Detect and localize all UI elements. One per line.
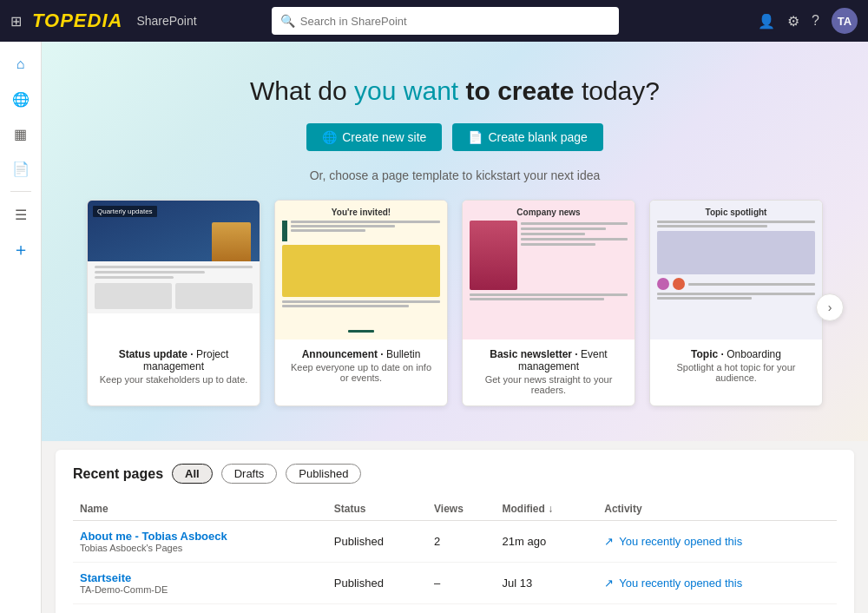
content-area: What do you want to create today? 🌐 Crea… xyxy=(42,42,868,613)
people-icon[interactable]: 👤 xyxy=(758,13,775,30)
recent-pages-section: Recent pages All Drafts Published Name S… xyxy=(56,450,854,613)
page-views-0: 2 xyxy=(427,521,496,563)
waffle-icon[interactable]: ⊞ xyxy=(10,13,22,30)
page-views-2: 1 xyxy=(427,604,496,614)
search-icon: 🔍 xyxy=(280,14,295,28)
sort-down-icon: ↓ xyxy=(548,503,553,515)
create-blank-page-button[interactable]: 📄 Create blank page xyxy=(452,123,602,151)
template-info-status-update: Status update · Project management Keep … xyxy=(88,339,260,395)
template-preview-announcement: You're invited! xyxy=(275,201,447,339)
page-activity-link-0[interactable]: ↗ You recently opened this xyxy=(604,535,830,548)
template-card-status-update[interactable]: Quarterly updates xyxy=(87,200,260,406)
app-logo: TOPEDIA xyxy=(32,10,122,32)
sidebar: ⌂ 🌐 ▦ 📄 ☰ ＋ xyxy=(0,42,42,613)
table-row: Test1 TA-Demo Published 1 Jan 21 xyxy=(73,604,837,614)
page-activity-link-1[interactable]: ↗ You recently opened this xyxy=(604,577,830,590)
page-name-cell-2: Test1 TA-Demo xyxy=(73,604,327,614)
page-activity-1: ↗ You recently opened this xyxy=(597,563,837,604)
site-icon: 🌐 xyxy=(322,130,337,144)
col-activity: Activity xyxy=(597,498,837,521)
filter-published-button[interactable]: Published xyxy=(286,464,361,484)
page-status-1: Published xyxy=(327,563,427,604)
create-new-site-button[interactable]: 🌐 Create new site xyxy=(306,123,442,151)
col-name: Name xyxy=(73,498,327,521)
external-link-icon: ↗ xyxy=(604,535,614,548)
hero-section: What do you want to create today? 🌐 Crea… xyxy=(42,42,868,441)
page-name-cell-1: Startseite TA-Demo-Comm-DE xyxy=(73,563,327,604)
sidebar-item-pages[interactable]: ▦ xyxy=(5,118,36,149)
hero-buttons: 🌐 Create new site 📄 Create blank page xyxy=(59,123,851,151)
hero-title-part4: today? xyxy=(575,76,660,105)
hero-subtitle: Or, choose a page template to kickstart … xyxy=(59,168,851,182)
page-site-0: Tobias Asboeck's Pages xyxy=(80,543,320,553)
table-row: About me - Tobias Asboeck Tobias Asboeck… xyxy=(73,521,837,563)
col-modified: Modified ↓ xyxy=(496,498,598,521)
template-card-newsletter[interactable]: Company news xyxy=(462,200,635,406)
template-card-topic[interactable]: Topic spotlight xyxy=(649,200,823,406)
page-modified-0: 21m ago xyxy=(496,521,598,563)
template-overlay-label: Quarterly updates xyxy=(93,206,157,217)
external-link-icon: ↗ xyxy=(604,577,614,590)
app-name: SharePoint xyxy=(136,14,196,28)
table-header-row: Name Status Views Modified ↓ Activity xyxy=(73,498,837,521)
hero-title: What do you want to create today? xyxy=(59,76,851,106)
page-activity-0: ↗ You recently opened this xyxy=(597,521,837,563)
page-name-cell-0: About me - Tobias Asboeck Tobias Asboeck… xyxy=(73,521,327,563)
search-input[interactable] xyxy=(300,15,610,28)
hero-title-part1: What do xyxy=(250,76,354,105)
sidebar-divider xyxy=(10,191,31,192)
page-views-1: – xyxy=(427,563,496,604)
main-layout: ⌂ 🌐 ▦ 📄 ☰ ＋ What do you want to create t… xyxy=(0,42,868,613)
page-status-2: Published xyxy=(327,604,427,614)
avatar[interactable]: TA xyxy=(832,8,858,34)
gear-icon[interactable]: ⚙ xyxy=(787,13,799,30)
page-name-link-1[interactable]: Startseite xyxy=(80,571,320,584)
sidebar-item-home[interactable]: ⌂ xyxy=(5,49,36,80)
template-info-newsletter: Basic newsletter · Event management Get … xyxy=(463,339,635,405)
recent-pages-title: Recent pages xyxy=(73,466,163,482)
sidebar-item-create[interactable]: ＋ xyxy=(5,234,36,265)
hero-title-part2: you want xyxy=(354,76,458,105)
sidebar-item-globe[interactable]: 🌐 xyxy=(5,83,36,115)
sidebar-item-lists[interactable]: ☰ xyxy=(5,199,36,230)
col-views: Views xyxy=(427,498,496,521)
template-info-topic: Topic · Onboarding Spotlight a hot topic… xyxy=(650,339,822,393)
page-name-link-0[interactable]: About me - Tobias Asboeck xyxy=(80,530,320,543)
template-card-announcement[interactable]: You're invited! xyxy=(274,200,448,406)
col-status: Status xyxy=(327,498,427,521)
page-status-0: Published xyxy=(327,521,427,563)
templates-row: Quarterly updates xyxy=(59,200,851,415)
pages-table: Name Status Views Modified ↓ Activity Ab… xyxy=(73,498,837,613)
template-preview-status-update: Quarterly updates xyxy=(88,201,260,339)
hero-title-part3: to create xyxy=(458,76,574,105)
templates-next-button[interactable]: › xyxy=(816,293,844,321)
help-icon[interactable]: ? xyxy=(812,13,819,29)
recent-header: Recent pages All Drafts Published xyxy=(73,464,837,484)
page-modified-2: Jan 21 xyxy=(496,604,598,614)
topbar: ⊞ TOPEDIA SharePoint 🔍 👤 ⚙ ? TA xyxy=(0,0,868,42)
page-modified-1: Jul 13 xyxy=(496,563,598,604)
template-preview-newsletter: Company news xyxy=(463,201,635,339)
search-bar: 🔍 xyxy=(272,7,619,35)
table-row: Startseite TA-Demo-Comm-DE Published – J… xyxy=(73,563,837,604)
sidebar-item-files[interactable]: 📄 xyxy=(5,153,36,184)
filter-drafts-button[interactable]: Drafts xyxy=(221,464,278,484)
template-info-announcement: Announcement · Bulletin Keep everyone up… xyxy=(275,339,447,393)
topbar-icons: 👤 ⚙ ? TA xyxy=(758,8,858,34)
page-site-1: TA-Demo-Comm-DE xyxy=(80,584,320,595)
template-preview-topic: Topic spotlight xyxy=(650,201,822,339)
filter-all-button[interactable]: All xyxy=(172,464,213,484)
page-icon: 📄 xyxy=(468,130,483,144)
page-activity-2 xyxy=(597,604,837,614)
